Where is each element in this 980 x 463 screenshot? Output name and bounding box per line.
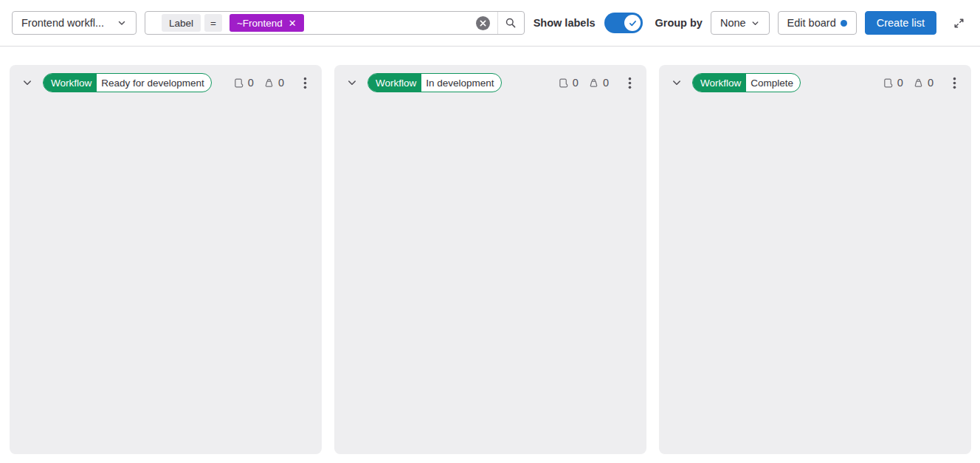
collapse-list-button[interactable]	[18, 74, 36, 92]
weight-count-group: 0	[588, 77, 609, 89]
search-button[interactable]	[497, 12, 524, 34]
fullscreen-button[interactable]	[950, 14, 968, 32]
edit-board-button[interactable]: Edit board	[778, 11, 857, 35]
label-value: Complete	[746, 74, 800, 92]
weight-icon	[588, 78, 599, 89]
collapse-list-button[interactable]	[343, 74, 361, 92]
issue-count: 0	[248, 77, 254, 89]
create-list-label: Create list	[877, 17, 925, 29]
clear-search-button[interactable]	[469, 12, 497, 34]
board-toolbar: Frontend workfl... Label = ~Frontend ✕ S…	[0, 0, 980, 47]
clear-circle-icon	[476, 16, 490, 30]
list-counters: 0 0	[558, 77, 609, 89]
list-cards-area[interactable]	[334, 100, 646, 454]
list-counters: 0 0	[233, 77, 284, 89]
label-scope: Workflow	[368, 74, 421, 92]
weight-count-group: 0	[263, 77, 284, 89]
kebab-menu-icon	[303, 77, 307, 89]
issue-count-group: 0	[233, 77, 254, 89]
weight-icon	[263, 78, 275, 89]
collapse-list-button[interactable]	[668, 74, 686, 92]
board-list-in-development: Workflow In development 0 0	[334, 65, 646, 454]
issue-count: 0	[573, 77, 579, 89]
weight-count-group: 0	[913, 77, 934, 89]
group-by-label: Group by	[655, 17, 702, 29]
weight-icon	[913, 78, 924, 89]
list-header: Workflow Ready for development 0 0	[10, 65, 322, 100]
chevron-down-icon	[117, 18, 127, 28]
kebab-menu-icon	[628, 77, 632, 89]
weight-count: 0	[603, 77, 609, 89]
list-settings-button[interactable]	[948, 74, 961, 92]
list-cards-area[interactable]	[659, 100, 971, 454]
label-value: Ready for development	[97, 74, 211, 92]
remove-token-icon[interactable]: ✕	[289, 18, 297, 28]
group-by-value: None	[720, 17, 746, 29]
list-header: Workflow Complete 0 0	[659, 65, 971, 100]
issue-count-group: 0	[558, 77, 579, 89]
list-header: Workflow In development 0 0	[334, 65, 646, 100]
filter-token-operator[interactable]: =	[204, 14, 222, 32]
filter-token-value[interactable]: ~Frontend ✕	[230, 14, 304, 32]
board-list-ready-for-development: Workflow Ready for development 0 0	[10, 65, 322, 454]
issues-icon	[558, 78, 569, 89]
issues-icon	[883, 78, 894, 89]
maximize-icon	[953, 17, 965, 30]
issue-count-group: 0	[883, 77, 903, 89]
create-list-button[interactable]: Create list	[865, 11, 936, 35]
show-labels-toggle[interactable]	[604, 13, 643, 33]
check-icon	[624, 15, 641, 31]
list-label[interactable]: Workflow In development	[368, 73, 502, 92]
board-selector-value: Frontend workfl...	[21, 17, 104, 29]
chevron-down-icon	[21, 77, 33, 89]
issue-board: Workflow Ready for development 0 0	[0, 47, 980, 454]
list-settings-button[interactable]	[299, 74, 311, 92]
chevron-down-icon	[750, 18, 760, 28]
chevron-down-icon	[671, 77, 683, 89]
board-selector-dropdown[interactable]: Frontend workfl...	[12, 11, 137, 35]
label-scope: Workflow	[44, 74, 97, 92]
chevron-down-icon	[346, 77, 358, 89]
issues-icon	[233, 78, 244, 89]
search-icon	[505, 17, 517, 29]
list-counters: 0 0	[883, 77, 934, 89]
list-label[interactable]: Workflow Ready for development	[43, 73, 212, 92]
show-labels-label: Show labels	[534, 17, 596, 29]
label-value: In development	[421, 74, 500, 92]
list-settings-button[interactable]	[624, 74, 636, 92]
board-list-complete: Workflow Complete 0 0	[659, 65, 971, 454]
list-label[interactable]: Workflow Complete	[692, 73, 801, 92]
filter-token-value-label: ~Frontend	[237, 18, 283, 29]
label-scope: Workflow	[693, 74, 746, 92]
notification-dot	[841, 20, 847, 27]
filtered-search-bar[interactable]: Label = ~Frontend ✕	[145, 11, 525, 35]
group-by-dropdown[interactable]: None	[711, 11, 770, 35]
kebab-menu-icon	[953, 77, 956, 89]
filter-token-list[interactable]: Label = ~Frontend ✕	[145, 14, 469, 32]
issue-count: 0	[897, 77, 903, 89]
filter-token-key[interactable]: Label	[162, 14, 201, 32]
edit-board-label: Edit board	[787, 17, 836, 29]
list-cards-area[interactable]	[10, 100, 322, 454]
weight-count: 0	[278, 77, 284, 89]
weight-count: 0	[928, 77, 934, 89]
